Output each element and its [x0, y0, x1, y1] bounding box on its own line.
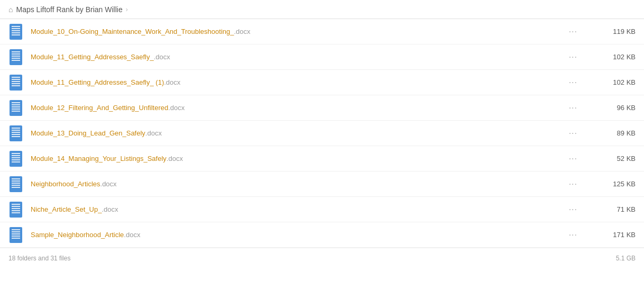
- file-name-main: Module_12_Filtering_And_Getting_Unfilter…: [31, 104, 168, 112]
- file-list: Module_10_On-Going_Maintenance_Work_And_…: [0, 19, 644, 248]
- file-actions-menu[interactable]: ···: [569, 27, 577, 37]
- file-name-main: Module_11_Getting_Addresses_Saefly_: [31, 53, 154, 61]
- footer-summary: 18 folders and 31 files: [8, 255, 70, 262]
- file-size: 71 KB: [599, 205, 636, 213]
- file-row[interactable]: Niche_Article_Set_Up_.docx ··· 71 KB: [0, 197, 644, 222]
- more-options-icon[interactable]: ···: [569, 27, 577, 37]
- file-name-ext: .docx: [167, 155, 183, 162]
- file-row[interactable]: Neighborhood_Articles.docx ··· 125 KB: [0, 171, 644, 197]
- file-size: 125 KB: [599, 180, 636, 188]
- file-actions-menu[interactable]: ···: [569, 52, 577, 62]
- file-row[interactable]: Module_10_On-Going_Maintenance_Work_And_…: [0, 19, 644, 44]
- more-options-icon[interactable]: ···: [569, 154, 577, 164]
- file-actions-menu[interactable]: ···: [569, 154, 577, 164]
- file-icon: [8, 49, 23, 66]
- file-icon: [8, 176, 23, 193]
- doc-icon: [10, 151, 22, 167]
- file-name: Module_12_Filtering_And_Getting_Unfilter…: [31, 104, 569, 112]
- file-icon: [8, 150, 23, 167]
- doc-icon: [10, 227, 22, 243]
- chevron-icon: ›: [126, 6, 128, 13]
- file-actions-menu[interactable]: ···: [569, 129, 577, 138]
- file-row[interactable]: Module_11_Getting_Addresses_Saefly_.docx…: [0, 44, 644, 70]
- file-size: 119 KB: [599, 28, 636, 35]
- file-row[interactable]: Module_14_Managing_Your_Listings_Safely.…: [0, 146, 644, 171]
- file-name: Niche_Article_Set_Up_.docx: [31, 205, 569, 213]
- file-icon: [8, 227, 23, 243]
- file-icon: [8, 125, 23, 142]
- file-row[interactable]: Module_12_Filtering_And_Getting_Unfilter…: [0, 95, 644, 121]
- file-name: Module_14_Managing_Your_Listings_Safely.…: [31, 155, 569, 162]
- more-options-icon[interactable]: ···: [569, 179, 577, 189]
- home-icon[interactable]: ⌂: [8, 5, 13, 14]
- doc-icon: [10, 75, 22, 91]
- file-icon: [8, 201, 23, 218]
- doc-icon: [10, 100, 22, 116]
- file-name: Sample_Neighborhood_Article.docx: [31, 231, 569, 239]
- footer: 18 folders and 31 files 5.1 GB: [0, 248, 644, 268]
- file-name-ext: .docx: [154, 53, 170, 61]
- more-options-icon[interactable]: ···: [569, 103, 577, 113]
- more-options-icon[interactable]: ···: [569, 78, 577, 87]
- file-size: 52 KB: [599, 155, 636, 162]
- doc-icon: [10, 49, 22, 65]
- file-row[interactable]: Module_11_Getting_Addresses_Saefly_ (1).…: [0, 70, 644, 95]
- file-row[interactable]: Sample_Neighborhood_Article.docx ··· 171…: [0, 222, 644, 248]
- more-options-icon[interactable]: ···: [569, 205, 577, 214]
- more-options-icon[interactable]: ···: [569, 230, 577, 240]
- file-size: 102 KB: [599, 78, 636, 86]
- file-icon: [8, 74, 23, 91]
- file-name-main: Module_10_On-Going_Maintenance_Work_And_…: [31, 28, 234, 35]
- doc-icon: [10, 176, 22, 192]
- file-actions-menu[interactable]: ···: [569, 179, 577, 189]
- more-options-icon[interactable]: ···: [569, 52, 577, 62]
- file-name-ext: .docx: [168, 104, 185, 112]
- doc-icon: [10, 202, 22, 218]
- file-name-main: Niche_Article_Set_Up_: [31, 205, 102, 213]
- file-name: Module_13_Doing_Lead_Gen_Safely.docx: [31, 129, 569, 137]
- file-name-main: Module_11_Getting_Addresses_Saefly_ (1): [31, 78, 164, 86]
- file-name-ext: .docx: [100, 180, 117, 188]
- file-name-main: Neighborhood_Articles: [31, 180, 100, 188]
- file-name-ext: .docx: [102, 205, 118, 213]
- breadcrumb-header: ⌂ Maps Liftoff Rank by Brian Willie ›: [0, 0, 644, 19]
- file-name-ext: .docx: [164, 78, 180, 86]
- file-actions-menu[interactable]: ···: [569, 230, 577, 240]
- file-size: 96 KB: [599, 104, 636, 112]
- file-icon: [8, 23, 23, 40]
- file-name: Neighborhood_Articles.docx: [31, 180, 569, 188]
- file-actions-menu[interactable]: ···: [569, 103, 577, 113]
- file-size: 102 KB: [599, 53, 636, 61]
- file-actions-menu[interactable]: ···: [569, 205, 577, 214]
- file-row[interactable]: Module_13_Doing_Lead_Gen_Safely.docx ···…: [0, 121, 644, 146]
- file-name: Module_11_Getting_Addresses_Saefly_ (1).…: [31, 78, 569, 86]
- file-name: Module_11_Getting_Addresses_Saefly_.docx: [31, 53, 569, 61]
- breadcrumb-title: Maps Liftoff Rank by Brian Willie: [16, 5, 122, 14]
- file-name: Module_10_On-Going_Maintenance_Work_And_…: [31, 28, 569, 35]
- doc-icon: [10, 125, 22, 141]
- file-size: 89 KB: [599, 129, 636, 137]
- file-size: 171 KB: [599, 231, 636, 239]
- file-name-ext: .docx: [124, 231, 140, 239]
- file-name-ext: .docx: [145, 129, 162, 137]
- file-name-main: Module_14_Managing_Your_Listings_Safely: [31, 155, 167, 162]
- file-actions-menu[interactable]: ···: [569, 78, 577, 87]
- file-icon: [8, 100, 23, 116]
- file-name-ext: .docx: [234, 28, 250, 35]
- more-options-icon[interactable]: ···: [569, 129, 577, 138]
- footer-total-size: 5.1 GB: [616, 255, 636, 262]
- file-name-main: Module_13_Doing_Lead_Gen_Safely: [31, 129, 145, 137]
- file-name-main: Sample_Neighborhood_Article: [31, 231, 124, 239]
- doc-icon: [10, 24, 22, 40]
